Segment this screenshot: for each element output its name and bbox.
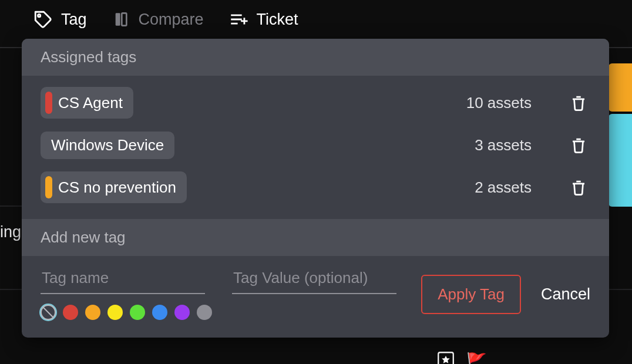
trash-icon	[570, 135, 587, 155]
star-box-icon[interactable]	[436, 350, 456, 364]
color-option-blue[interactable]	[152, 305, 167, 320]
bg-tab-cyan	[609, 114, 632, 207]
tag-asset-count: 3 assets	[475, 136, 567, 154]
tag-label: Windows Device	[51, 136, 164, 154]
color-picker	[41, 305, 212, 320]
bg-text-fragment: ing	[0, 223, 21, 241]
assigned-tags-list: CS Agent 10 assets Windows Device 3 asse…	[22, 76, 609, 219]
color-option-purple[interactable]	[174, 305, 190, 320]
tag-value-input[interactable]	[232, 267, 396, 294]
tag-action[interactable]: Tag	[33, 9, 87, 29]
color-option-yellow[interactable]	[107, 305, 123, 320]
tag-label: CS Agent	[58, 94, 123, 112]
tag-asset-count: 10 assets	[466, 94, 567, 112]
tag-icon	[33, 9, 53, 29]
apply-tag-button[interactable]: Apply Tag	[421, 275, 521, 314]
tag-row: Windows Device 3 assets	[41, 124, 590, 166]
cancel-button[interactable]: Cancel	[541, 285, 590, 304]
svg-rect-2	[115, 13, 120, 25]
trash-icon	[570, 177, 587, 197]
delete-tag-button[interactable]	[567, 177, 590, 197]
tag-name-column	[41, 267, 212, 320]
playlist-add-icon	[228, 9, 248, 29]
svg-rect-3	[122, 13, 126, 25]
color-option-red[interactable]	[63, 305, 78, 320]
tag-asset-count: 2 assets	[475, 178, 567, 197]
add-new-tag-header: Add new tag	[22, 219, 609, 256]
tag-panel: Assigned tags CS Agent 10 assets Windows…	[22, 39, 609, 338]
assigned-tags-header: Assigned tags	[22, 39, 609, 76]
compare-icon	[112, 10, 130, 29]
svg-point-1	[38, 15, 41, 17]
color-option-gray[interactable]	[197, 305, 212, 320]
compare-action-label: Compare	[139, 11, 204, 29]
color-option-orange[interactable]	[85, 305, 100, 320]
flag-icon[interactable]: 🚩	[466, 352, 487, 365]
form-actions: Apply Tag Cancel	[421, 267, 590, 314]
ticket-action[interactable]: Ticket	[228, 9, 298, 29]
tag-chip[interactable]: CS Agent	[41, 87, 133, 119]
action-toolbar: Tag Compare Ticket	[0, 0, 632, 39]
bottom-icon-row: 🚩	[436, 350, 487, 364]
tag-chip[interactable]: CS no prevention	[41, 171, 187, 203]
tag-action-label: Tag	[61, 11, 87, 29]
tag-color-swatch	[45, 92, 52, 114]
trash-icon	[570, 93, 587, 113]
tag-row: CS no prevention 2 assets	[41, 166, 590, 208]
add-tag-form: Apply Tag Cancel	[22, 256, 609, 338]
tag-chip[interactable]: Windows Device	[41, 132, 174, 159]
color-option-green[interactable]	[130, 305, 145, 320]
compare-action[interactable]: Compare	[112, 10, 204, 29]
color-option-none[interactable]	[41, 305, 56, 320]
tag-label: CS no prevention	[58, 178, 176, 197]
bg-tab-orange	[609, 63, 632, 112]
delete-tag-button[interactable]	[567, 93, 590, 113]
delete-tag-button[interactable]	[567, 135, 590, 155]
ticket-action-label: Ticket	[257, 11, 298, 29]
tag-row: CS Agent 10 assets	[41, 82, 590, 124]
tag-name-input[interactable]	[41, 267, 205, 294]
tag-color-swatch	[45, 176, 52, 198]
